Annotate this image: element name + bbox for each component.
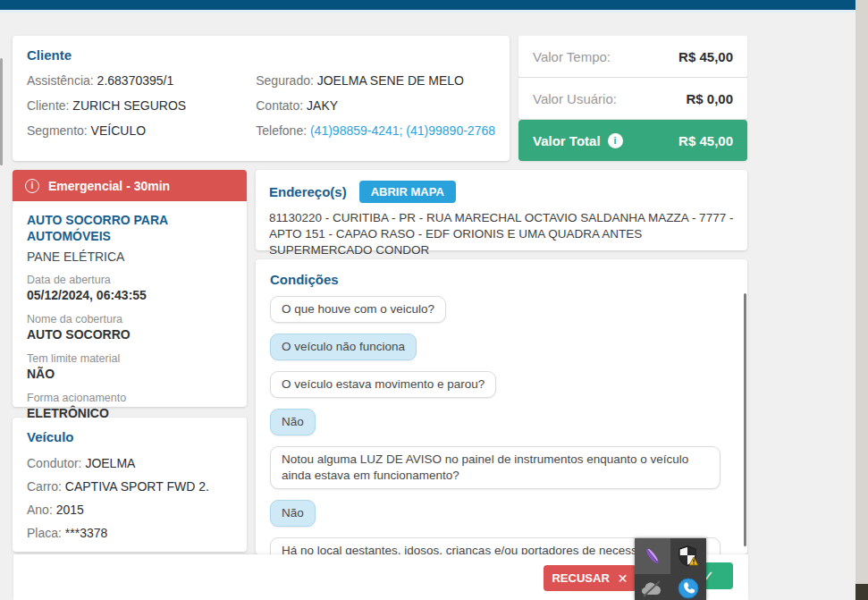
tray-item-phone[interactable] (670, 570, 706, 600)
contact-value: JAKY (307, 98, 338, 113)
conditions-scrollbar-thumb[interactable] (744, 293, 746, 546)
tray-item-feather[interactable] (635, 538, 670, 574)
client-label: Cliente: (27, 98, 72, 113)
activation-form-label: Forma acionamento (27, 392, 232, 405)
coverage-name-label: Nome da cobertura (27, 313, 232, 326)
client-card-title: Cliente (27, 47, 495, 63)
feather-icon (641, 545, 664, 568)
address-card: Endereço(s) ABRIR MAPA 81130220 - CURITI… (256, 170, 747, 250)
desktop-corner-patch (855, 584, 868, 600)
client-field: Cliente: ZURICH SEGUROS (27, 97, 256, 115)
value-time-amount: R$ 45,00 (678, 49, 733, 64)
segment-value: VEÍCULO (91, 123, 146, 138)
refuse-button[interactable]: RECUSAR ✕ (544, 565, 636, 591)
client-value: ZURICH SEGUROS (72, 98, 186, 113)
insured-label: Segurado: (256, 73, 317, 88)
app-screen: Cliente Assistência: 2.68370395/1 Client… (0, 0, 868, 600)
client-fields: Assistência: 2.68370395/1 Cliente: ZURIC… (27, 72, 495, 140)
coverage-name-group: Nome da cobertura AUTO SOCORRO (27, 313, 232, 342)
insured-value: JOELMA SENE DE MELO (317, 73, 464, 88)
address-card-title: Endereço(s) (269, 184, 347, 199)
value-time-label: Valor Tempo: (533, 49, 611, 64)
assistance-value: 2.68370395/1 (97, 73, 174, 88)
opening-date-label: Data de abertura (27, 274, 232, 287)
refuse-button-label: RECUSAR (552, 571, 609, 585)
tray-item-security[interactable] (670, 538, 706, 574)
assistance-field: Assistência: 2.68370395/1 (27, 72, 256, 90)
plate-value: ***3378 (65, 526, 108, 540)
driver-label: Condutor: (27, 456, 85, 470)
value-user-row: Valor Usuário: R$ 0,00 (518, 78, 747, 119)
car-label: Carro: (27, 479, 65, 494)
question-bubble: Notou alguma LUZ DE AVISO no painel de i… (270, 446, 721, 489)
phone-field: Telefone: (41)98859-4241; (41)99890-2768 (256, 122, 495, 140)
material-limit-value: NÃO (27, 366, 232, 382)
assistance-label: Assistência: (27, 73, 97, 88)
system-tray-popup (635, 538, 706, 600)
left-scrollbar-thumb[interactable] (0, 58, 3, 165)
emergency-banner: i Emergencial - 30min (13, 170, 247, 201)
address-header: Endereço(s) ABRIR MAPA (269, 181, 734, 203)
segment-label: Segmento: (27, 123, 91, 138)
client-fields-right: Segurado: JOELMA SENE DE MELO Contato: J… (256, 72, 495, 140)
coverage-name-value: AUTO SOCORRO (27, 326, 232, 342)
plate-label: Placa: (27, 526, 65, 540)
client-card: Cliente Assistência: 2.68370395/1 Client… (13, 36, 510, 161)
opening-date-group: Data de abertura 05/12/2024, 06:43:55 (27, 274, 232, 303)
value-total-label: Valor Total (533, 133, 601, 148)
driver-value: JOELMA (85, 456, 135, 470)
answer-bubble: Não (270, 409, 316, 435)
contact-label: Contato: (256, 98, 307, 113)
value-user-label: Valor Usuário: (533, 91, 617, 106)
driver-field: Condutor: JOELMA (27, 454, 232, 473)
conditions-card-title: Condições (270, 272, 733, 287)
vehicle-card-title: Veículo (27, 429, 232, 444)
value-total-label-wrap: Valor Total i (533, 133, 623, 148)
year-field: Ano: 2015 (27, 501, 232, 520)
cloud-offline-icon (640, 579, 665, 598)
insured-field: Segurado: JOELMA SENE DE MELO (256, 72, 495, 90)
info-circle-icon: i (25, 179, 39, 193)
tray-item-cloud[interactable] (635, 570, 670, 600)
emergency-banner-label: Emergencial - 30min (48, 179, 170, 193)
client-fields-left: Assistência: 2.68370395/1 Cliente: ZURIC… (27, 72, 256, 140)
phone-label: Telefone: (256, 123, 310, 138)
plate-field: Placa: ***3378 (27, 524, 232, 543)
vehicle-fields: Condutor: JOELMA Carro: CAPTIVA SPORT FW… (27, 454, 232, 543)
value-total-amount: R$ 45,00 (678, 133, 733, 148)
security-shield-icon (677, 545, 700, 568)
material-limit-label: Tem limite material (27, 352, 232, 366)
car-value: CAPTIVA SPORT FWD 2. (65, 479, 209, 494)
conditions-card: Condições O que houve com o veiculo? O v… (256, 259, 747, 554)
value-time-row: Valor Tempo: R$ 45,00 (518, 36, 747, 77)
values-panel: Valor Tempo: R$ 45,00 Valor Usuário: R$ … (518, 36, 747, 161)
open-map-button[interactable]: ABRIR MAPA (359, 181, 456, 203)
opening-date-value: 05/12/2024, 06:43:55 (27, 287, 232, 303)
desktop-edge-strip (855, 0, 868, 600)
question-bubble: O veículo estava movimento e parou? (270, 371, 496, 398)
contact-field: Contato: JAKY (256, 97, 495, 115)
vehicle-card: Veículo Condutor: JOELMA Carro: CAPTIVA … (13, 418, 247, 552)
top-bar-divider (0, 10, 855, 13)
segment-field: Segmento: VEÍCULO (27, 122, 256, 140)
question-bubble: O que houve com o veiculo? (270, 296, 446, 323)
service-name: AUTO SOCORRO PARA AUTOMÓVEIS (27, 212, 232, 244)
phone-links[interactable]: (41)98859-4241; (41)99890-2768 (310, 123, 495, 138)
answer-bubble: O veículo não funciona (270, 334, 417, 360)
info-icon[interactable]: i (608, 133, 623, 148)
year-value: 2015 (56, 503, 84, 517)
material-limit-group: Tem limite material NÃO (27, 352, 232, 382)
phone-icon (677, 577, 700, 600)
car-field: Carro: CAPTIVA SPORT FWD 2. (27, 477, 232, 496)
top-title-bar (0, 0, 855, 10)
value-user-amount: R$ 0,00 (686, 91, 733, 106)
address-text: 81130220 - CURITIBA - PR - RUA MARECHAL … (269, 210, 734, 258)
service-problem: PANE ELÉTRICA (27, 249, 232, 264)
close-icon: ✕ (618, 571, 628, 586)
answer-bubble: Não (270, 500, 316, 527)
year-label: Ano: (27, 503, 56, 517)
service-card: AUTO SOCORRO PARA AUTOMÓVEIS PANE ELÉTRI… (13, 201, 247, 407)
value-total-row: Valor Total i R$ 45,00 (518, 120, 747, 161)
